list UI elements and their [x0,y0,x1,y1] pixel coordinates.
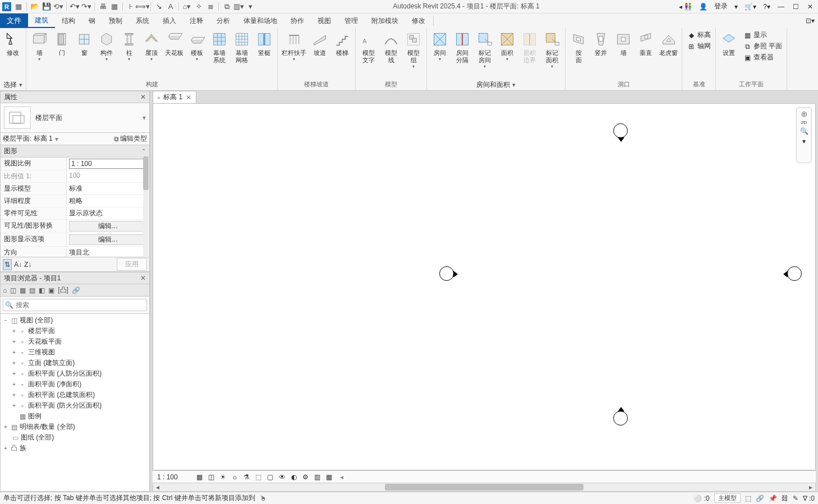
ceiling-button[interactable]: 天花板 [163,29,185,58]
menu-steel[interactable]: 钢 [82,13,102,28]
instance-selector[interactable]: 楼层平面: 标高 1 [3,134,53,144]
status-limit-icon[interactable]: ⛓ [782,494,788,502]
save-icon[interactable]: 💾 [42,2,52,12]
tag-area-button[interactable]: 标记 面积▾ [541,29,563,70]
sync-icon[interactable]: ⟲▾ [53,2,63,12]
menu-annotate[interactable]: 注释 [183,13,210,28]
browser-sheet-icon[interactable]: ▦ [20,286,26,294]
navigation-bar[interactable]: ◎ 2D 🔍 ▾ [796,107,812,163]
open-icon[interactable]: 📂 [30,2,40,12]
menu-analyze[interactable]: 分析 [210,13,237,28]
switch-win-icon[interactable]: ⧉ [222,2,232,12]
vertical-opening-button[interactable]: 垂直 [635,29,656,58]
opening-wall-button[interactable]: 墙 [613,29,634,58]
model-group-button[interactable]: 模型 组▾ [403,29,424,70]
window-button[interactable]: 窗 [73,29,95,58]
steering-wheel-icon[interactable]: ◎ [801,110,807,118]
shaft-button[interactable]: 竖井 [590,29,612,58]
sort-az-icon[interactable]: A↓ [14,261,22,269]
crop-view-icon[interactable]: ⬚ [255,473,261,481]
temp-hide-icon[interactable]: ◐ [291,473,297,481]
orientation-value[interactable]: 项目北 [67,247,149,257]
menu-addins[interactable]: 附加模块 [365,13,405,28]
window-icon[interactable]: ▥▾ [233,2,243,12]
detail-level-value[interactable]: 粗略 [67,195,149,207]
doc-tab-level1[interactable]: ▫ 标高 1 ✕ [153,91,196,103]
type-selector[interactable]: 楼层平面 [35,113,138,123]
unhide-icon[interactable]: 👁 [279,473,286,481]
dormer-button[interactable]: 老虎窗 [658,29,679,58]
wall-button[interactable]: 墙▾ [29,29,50,63]
curtain-grid-button[interactable]: 幕墙 网格 [231,29,252,65]
align-icon[interactable]: ⊦ [126,2,136,12]
redo-icon[interactable]: ↷▾ [81,2,91,12]
view-scale-control[interactable]: 1 : 100 [157,473,191,481]
drawing-canvas[interactable]: ◎ 2D 🔍 ▾ [153,103,816,470]
set-workplane-button[interactable]: 设置 [718,29,739,58]
shadows-icon[interactable]: ☼ [232,473,238,481]
status-select-icon[interactable]: ⬚ [745,494,751,502]
dim-icon[interactable]: ⟺▾ [137,2,148,12]
visual-style-icon[interactable]: ◫ [208,473,214,481]
undo-icon[interactable]: ↶▾ [70,2,80,12]
measure-icon[interactable]: ▦ [109,2,120,12]
thin-lines-icon[interactable]: ✧ [194,2,204,12]
reveal-icon[interactable]: ⚙ [302,473,309,481]
app-store-icon[interactable]: 🛒▾ [743,3,758,11]
dropdown-icon[interactable]: ▾ [245,2,255,12]
status-highlight-icon[interactable]: ✎ [793,494,798,502]
tag-icon[interactable]: ↘ [154,2,164,12]
crop-region-icon[interactable]: ▢ [267,473,273,481]
view-ctrl-left-icon[interactable]: ◂ [340,473,343,481]
vis-override-edit-button[interactable]: 编辑... [69,221,147,232]
rendering-icon[interactable]: ⚗ [243,473,250,481]
qat-reference-icon[interactable]: ▦ [13,2,24,12]
model-text-button[interactable]: A模型 文字 [358,29,379,65]
column-button[interactable]: 柱▾ [118,29,140,63]
door-button[interactable]: 门 [51,29,72,58]
menu-insert[interactable]: 插入 [156,13,183,28]
railing-button[interactable]: 栏杆扶手▾ [280,29,308,63]
login-drop-icon[interactable]: ▾ [733,3,739,11]
stair-button[interactable]: 楼梯 [332,29,353,58]
menu-massing[interactable]: 体量和场地 [237,13,284,28]
menu-structure[interactable]: 结构 [55,13,82,28]
browser-schedule-icon[interactable]: ▤ [29,286,35,294]
maximize-button[interactable]: ☐ [790,2,801,11]
display-model-value[interactable]: 标准 [67,183,149,195]
close-inactive-icon[interactable]: ≣ [205,2,215,12]
type-drop-icon[interactable]: ▾ [143,114,146,122]
status-model-combo[interactable]: 主模型 [714,493,741,503]
component-button[interactable]: 构件▾ [96,29,117,63]
browser-view-icon[interactable]: ◫ [10,286,16,294]
browser-search-input[interactable] [3,299,147,311]
props-group-graphics[interactable]: 图形⌃ [1,145,149,158]
browser-legend-icon[interactable]: ▣ [48,286,54,294]
opening-byface-button[interactable]: 按 面 [568,29,589,65]
project-browser-tree[interactable]: −◫视图 (全部) +▫楼层平面 +▫天花板平面 +▫三维视图 +▫立面 (建筑… [0,314,150,492]
home-icon[interactable]: ⌂▾ [182,2,192,12]
properties-close-icon[interactable]: ✕ [140,93,146,101]
menu-systems[interactable]: 系统 [129,13,156,28]
help-icon[interactable]: ?▾ [761,3,772,11]
user-icon[interactable]: 👤 [697,3,709,11]
minimize-button[interactable]: — [775,2,787,11]
status-constraint-icon[interactable]: ⚪ :0 [693,494,709,502]
elevation-marker-west[interactable] [439,266,454,281]
print-icon[interactable]: 🖶 [98,2,108,12]
status-link-icon[interactable]: 🔗 [756,494,764,502]
menu-collab[interactable]: 协作 [284,13,311,28]
analysis-icon[interactable]: ▦ [326,473,332,481]
elevation-marker-north[interactable] [613,123,628,138]
status-press-drag-icon[interactable]: 🖱 [260,494,266,502]
menu-precast[interactable]: 预制 [102,13,129,28]
ramp-button[interactable]: 坡道 [309,29,330,58]
workplane-viewer-button[interactable]: ▣查看器 [741,52,784,63]
nav-drop-icon[interactable]: ▾ [802,137,806,145]
ref-plane-button[interactable]: ⧉参照 平面 [741,41,784,52]
status-filter-icon[interactable]: ∇ :0 [803,494,815,502]
parts-vis-value[interactable]: 显示原状态 [67,207,149,219]
show-workplane-button[interactable]: ▦显示 [741,30,784,40]
tab-close-icon[interactable]: ✕ [186,94,191,101]
ribbon-toggle-icon[interactable]: ⊡▾ [806,17,815,25]
